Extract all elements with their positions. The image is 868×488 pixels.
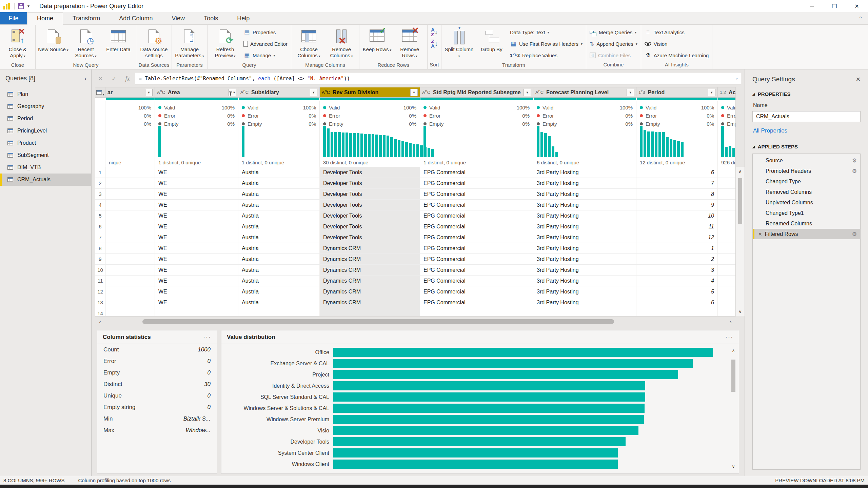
cell-blank[interactable]: [718, 200, 736, 210]
cell-period[interactable]: 6: [636, 167, 718, 178]
cell-blank[interactable]: [718, 276, 736, 286]
cell-period[interactable]: 5: [636, 286, 718, 297]
cell-area[interactable]: WE: [155, 254, 238, 264]
cell-subsegment[interactable]: EPG Commercial: [420, 178, 533, 188]
cell-area[interactable]: WE: [155, 265, 238, 275]
cell-period[interactable]: 10: [636, 210, 718, 221]
cell-blank[interactable]: [718, 265, 736, 275]
applied-step-changed-type1[interactable]: Changed Type1: [753, 208, 860, 218]
cell-level[interactable]: 3rd Party Hosting: [533, 178, 636, 188]
manage-button[interactable]: ▦Manage▾: [242, 50, 289, 60]
cell-level[interactable]: 3rd Party Hosting: [533, 297, 636, 308]
cell-period[interactable]: 2: [636, 254, 718, 264]
query-item-product[interactable]: Product: [0, 137, 91, 149]
column-header-ar[interactable]: ar▼: [105, 87, 155, 98]
applied-step-unpivoted-columns[interactable]: Unpivoted Columns: [753, 197, 860, 208]
step-settings-gear-icon[interactable]: ⚙: [852, 231, 857, 237]
column-header-period[interactable]: 123Period▼: [636, 87, 718, 98]
cell-blank[interactable]: [105, 178, 155, 188]
value-distribution-scrollbar[interactable]: ∧ ∨: [729, 346, 737, 471]
choose-columns-button[interactable]: Choose Columns ▾: [293, 26, 324, 61]
save-icon[interactable]: [18, 3, 24, 9]
table-row[interactable]: 5WEAustriaDeveloper ToolsEPG Commercial3…: [95, 210, 736, 221]
cell-subsidiary[interactable]: Austria: [238, 232, 320, 243]
scroll-down-icon[interactable]: ∨: [736, 307, 745, 316]
cell-subsegment[interactable]: EPG Commercial: [420, 167, 533, 178]
cell-blank[interactable]: [718, 167, 736, 178]
cell-subsegment[interactable]: EPG Commercial: [420, 221, 533, 232]
formula-input[interactable]: = Table.SelectRows(#"Renamed Columns", e…: [135, 73, 741, 84]
column-filter-dropdown-icon[interactable]: ▼: [145, 89, 153, 96]
cell-blank[interactable]: [105, 189, 155, 199]
recent-sources-button[interactable]: ◷Recent Sources ▾: [70, 26, 101, 61]
cell-blank[interactable]: [718, 221, 736, 232]
cell-division[interactable]: Developer Tools: [320, 210, 420, 221]
cell-blank[interactable]: [718, 189, 736, 199]
cell-subsidiary[interactable]: Austria: [238, 189, 320, 199]
table-row[interactable]: 11WEAustriaDynamics CRMEPG Commercial3rd…: [95, 276, 736, 286]
cell-blank[interactable]: [718, 210, 736, 221]
cell-area[interactable]: WE: [155, 232, 238, 243]
cell-area[interactable]: WE: [155, 286, 238, 297]
distribution-bar-row[interactable]: System Center Client: [221, 447, 739, 459]
column-filter-dropdown-icon[interactable]: ▼: [410, 89, 418, 96]
scroll-up-icon[interactable]: ∧: [729, 346, 737, 355]
cell-division[interactable]: Developer Tools: [320, 167, 420, 178]
table-row[interactable]: 7WEAustriaDeveloper ToolsEPG Commercial3…: [95, 232, 736, 243]
all-properties-link[interactable]: All Properties: [753, 127, 861, 134]
distribution-bar-row[interactable]: Windows Server Premium: [221, 414, 739, 425]
cell-subsegment[interactable]: EPG Commercial: [420, 276, 533, 286]
cell-blank[interactable]: [105, 221, 155, 232]
distribution-bar-row[interactable]: Exchange Server & CAL: [221, 358, 739, 369]
cell-area[interactable]: WE: [155, 178, 238, 188]
collapse-ribbon-icon[interactable]: ⌃: [853, 12, 868, 24]
applied-step-filtered-rows[interactable]: ✕Filtered Rows⚙: [753, 229, 860, 239]
distribution-bar-row[interactable]: Office: [221, 347, 739, 358]
distribution-bar-row[interactable]: SQL Server Standard & CAL: [221, 391, 739, 403]
cell-level[interactable]: 3rd Party Hosting: [533, 265, 636, 275]
cell-blank[interactable]: [105, 286, 155, 297]
cell-subsidiary[interactable]: Austria: [238, 178, 320, 188]
cell-level[interactable]: 3rd Party Hosting: [533, 276, 636, 286]
text-analytics-button[interactable]: ≡Text Analytics: [643, 27, 710, 37]
cell-blank[interactable]: [105, 243, 155, 253]
cell-subsegment[interactable]: EPG Commercial: [420, 286, 533, 297]
table-row[interactable]: 3WEAustriaDeveloper ToolsEPG Commercial3…: [95, 189, 736, 200]
tab-file[interactable]: File: [0, 12, 27, 24]
table-row[interactable]: 8WEAustriaDynamics CRMEPG Commercial3rd …: [95, 243, 736, 254]
grid-horizontal-scrollbar[interactable]: ‹ ›: [95, 317, 736, 326]
query-name-input[interactable]: [752, 111, 861, 122]
table-row[interactable]: 1WEAustriaDeveloper ToolsEPG Commercial3…: [95, 167, 736, 178]
minimize-button[interactable]: ─: [801, 0, 823, 12]
cell-division[interactable]: Developer Tools: [320, 189, 420, 199]
remove-columns-button[interactable]: ✕Remove Columns ▾: [326, 26, 357, 61]
cell-division[interactable]: Dynamics CRM: [320, 243, 420, 253]
cell-subsegment[interactable]: EPG Commercial: [420, 297, 533, 308]
merge-queries-button[interactable]: Merge Queries▾: [588, 27, 639, 37]
cell-division[interactable]: Dynamics CRM: [320, 265, 420, 275]
cell-subsidiary[interactable]: Austria: [238, 167, 320, 178]
table-row[interactable]: 4WEAustriaDeveloper ToolsEPG Commercial3…: [95, 200, 736, 210]
group-by-button[interactable]: Group By: [476, 26, 507, 61]
cell-subsidiary[interactable]: [238, 308, 320, 316]
refresh-preview-button[interactable]: ⟳Refresh Preview ▾: [210, 26, 241, 61]
table-row[interactable]: 6WEAustriaDeveloper ToolsEPG Commercial3…: [95, 221, 736, 232]
cell-division[interactable]: Developer Tools: [320, 221, 420, 232]
cell-subsegment[interactable]: EPG Commercial: [420, 254, 533, 264]
grid-vertical-scrollbar[interactable]: ∧ ∨: [736, 167, 745, 316]
cell-period[interactable]: 1: [636, 243, 718, 253]
cell-blank[interactable]: [105, 276, 155, 286]
cell-blank[interactable]: [105, 200, 155, 210]
query-item-subsegment[interactable]: SubSegment: [0, 149, 91, 161]
query-item-dim_vtb[interactable]: DIM_VTB: [0, 161, 91, 174]
collapse-queries-pane-icon[interactable]: ‹: [84, 75, 86, 82]
cell-period[interactable]: 11: [636, 221, 718, 232]
sort-za-button[interactable]: ZA↓: [430, 39, 439, 48]
cell-subsidiary[interactable]: Austria: [238, 297, 320, 308]
cell-blank[interactable]: [105, 297, 155, 308]
select-all-columns-button[interactable]: ▾: [95, 87, 105, 98]
applied-step-source[interactable]: Source⚙: [753, 155, 860, 166]
cell-blank[interactable]: [105, 308, 155, 316]
cell-blank[interactable]: [718, 286, 736, 297]
collapse-section-icon[interactable]: ◢: [752, 92, 755, 96]
